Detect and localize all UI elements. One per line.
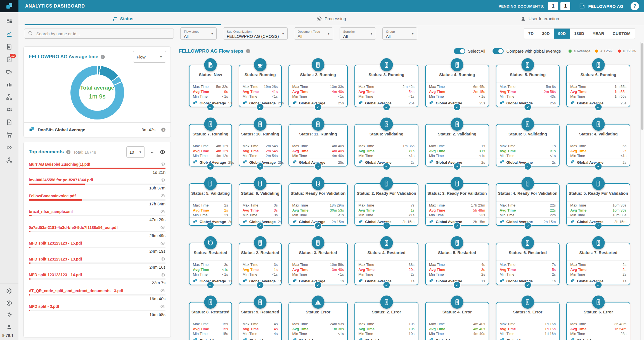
flow-step-card-status-4-running[interactable]: Status: 4. RunningMax Time6m 45sAvg Time… bbox=[425, 65, 489, 107]
filter-sub-organization[interactable]: Sub OrganizationFELLOWPRO AG (CROSS)▼ bbox=[223, 27, 288, 40]
flow-step-card-status-validating[interactable]: Status: ValidatingMax Time1m 36sAvg Time… bbox=[354, 124, 418, 167]
selected-check-icon[interactable] bbox=[314, 222, 322, 229]
flow-select[interactable]: Flow ▼ bbox=[133, 51, 166, 63]
tab-status[interactable]: Status bbox=[18, 12, 227, 25]
flow-step-card-status-5-error[interactable]: Status: 5. ErrorMax Time1d 16hAvg Time1d… bbox=[496, 302, 560, 340]
bar-chart-icon[interactable] bbox=[6, 81, 13, 88]
info-icon[interactable]: i bbox=[161, 128, 165, 132]
filter-flow-steps[interactable]: Flow stepsAll▼ bbox=[180, 27, 217, 40]
selected-check-icon[interactable] bbox=[314, 103, 322, 111]
eye-icon[interactable] bbox=[160, 225, 165, 230]
compare-global-average-toggle[interactable]: Compare with global average bbox=[493, 48, 561, 54]
page-size-select[interactable]: 10 ▼ bbox=[126, 146, 145, 158]
flow-step-card-status-2-error[interactable]: Status: 2. ErrorMax Time10sAvg Time10sMi… bbox=[354, 302, 418, 340]
loop-icon[interactable] bbox=[6, 144, 13, 151]
selected-check-icon[interactable] bbox=[595, 222, 602, 229]
selected-check-icon[interactable] bbox=[207, 103, 214, 111]
flow-step-card-status-5-restarted[interactable]: Status: 5. RestartedMax Time4sAvg Time3s… bbox=[425, 243, 489, 285]
eye-icon[interactable] bbox=[160, 241, 165, 246]
pending-count-box[interactable]: 1 bbox=[548, 2, 558, 10]
people-icon[interactable] bbox=[6, 106, 13, 113]
range-custom[interactable]: CUSTOM bbox=[609, 29, 635, 39]
flow-step-card-status-9-restarted[interactable]: Status: 9. RestartedMax Time4sAvg Time4s… bbox=[239, 302, 282, 340]
cart-icon[interactable] bbox=[6, 132, 13, 138]
flow-step-card-status-10-running[interactable]: Status: 10. RunningMax Time2m 54sAvg Tim… bbox=[239, 124, 282, 167]
org-chart-icon[interactable] bbox=[6, 94, 13, 100]
selected-check-icon[interactable] bbox=[383, 103, 390, 111]
eye-off-icon[interactable] bbox=[159, 149, 165, 155]
selected-check-icon[interactable] bbox=[524, 222, 531, 229]
range-year[interactable]: YEAR bbox=[588, 29, 609, 39]
docbits-logo-icon[interactable] bbox=[0, 0, 18, 12]
doc-search-icon[interactable] bbox=[6, 43, 13, 50]
org-selector[interactable]: FELLOWPRO AG bbox=[579, 3, 623, 10]
globe-icon[interactable] bbox=[6, 300, 13, 306]
info-icon[interactable]: i bbox=[246, 49, 250, 53]
dashboard-icon[interactable] bbox=[6, 18, 13, 25]
info-icon[interactable]: i bbox=[66, 150, 70, 154]
help-icon[interactable]: ? bbox=[631, 2, 639, 10]
selected-check-icon[interactable] bbox=[383, 222, 390, 229]
flow-step-card-status-5-running[interactable]: Status: 5. RunningMax Time5m 8sAvg Time2… bbox=[496, 65, 560, 107]
flow-step-card-status-3-restarted[interactable]: Status: 3. RestartedMax Time10m 59sAvg T… bbox=[288, 243, 348, 285]
scrollbar-thumb[interactable] bbox=[641, 43, 643, 130]
selected-check-icon[interactable] bbox=[207, 222, 214, 229]
flow-step-card-status-new[interactable]: Status: NewMax Time5m 32sAvg Time9sMin T… bbox=[189, 65, 232, 107]
range-90d[interactable]: 90D bbox=[554, 29, 570, 39]
flow-step-card-status-6-restarted[interactable]: Status: 6. RestartedMax Time7sAvg Time5s… bbox=[496, 243, 560, 285]
range-180d[interactable]: 180D bbox=[570, 29, 588, 39]
flow-step-card-status-4-validating[interactable]: Status: 4. ValidatingMax Time5sAvg Time2… bbox=[566, 124, 630, 167]
selected-check-icon[interactable] bbox=[256, 281, 264, 289]
selected-check-icon[interactable] bbox=[453, 163, 461, 170]
flow-step-card-status-3-ready-for-validation[interactable]: Status: 3. Ready For ValidationMax Time1… bbox=[425, 183, 489, 226]
flow-step-card-status-running[interactable]: Status: RunningMax Time19m 28sAvg Time41… bbox=[239, 65, 282, 107]
tab-processing[interactable]: Processing bbox=[227, 12, 435, 25]
range-30d[interactable]: 30D bbox=[538, 29, 554, 39]
selected-check-icon[interactable] bbox=[383, 281, 390, 289]
network-icon[interactable] bbox=[6, 157, 13, 163]
pending-count-box[interactable]: 1 bbox=[560, 2, 570, 10]
flow-step-card-status-error[interactable]: Status: ErrorMax Time24m 53sAvg Time1m 3… bbox=[288, 302, 348, 340]
vertical-scrollbar[interactable] bbox=[640, 42, 644, 340]
flow-step-card-status-4-restarted[interactable]: Status: 4. RestartedMax Time38sAvg Time2… bbox=[354, 243, 418, 285]
flow-step-card-status-2-restarted[interactable]: Status: 2. RestartedMax Time3sAvg Time1s… bbox=[239, 243, 282, 285]
selected-check-icon[interactable] bbox=[524, 281, 531, 289]
doc-check-icon[interactable] bbox=[6, 119, 13, 126]
selected-check-icon[interactable] bbox=[314, 281, 322, 289]
selected-check-icon[interactable] bbox=[314, 163, 322, 170]
eye-icon[interactable] bbox=[160, 209, 165, 214]
flow-step-card-status-8-restarted[interactable]: Status: 8. RestartedMax Time15sAvg Time1… bbox=[189, 302, 232, 340]
selected-check-icon[interactable] bbox=[524, 103, 531, 111]
flow-step-card-status-3-validating[interactable]: Status: 3. ValidatingMax Time1sAvg Time<… bbox=[496, 124, 560, 167]
info-icon[interactable]: i bbox=[101, 55, 105, 59]
select-all-toggle[interactable]: Select All bbox=[454, 48, 485, 54]
flow-step-card-status-3-running[interactable]: Status: 3. RunningMax Time2m 42sAvg Time… bbox=[354, 65, 418, 107]
person-icon[interactable] bbox=[6, 324, 13, 330]
eye-icon[interactable] bbox=[160, 193, 165, 198]
selected-check-icon[interactable] bbox=[383, 163, 390, 170]
flow-step-card-status-2-ready-for-validation[interactable]: Status: 2. Ready For ValidationMax Time7… bbox=[354, 183, 418, 226]
flow-step-card-status-5-ready-for-validation[interactable]: Status: 5. Ready For ValidationMax Time1… bbox=[566, 183, 630, 226]
flow-step-card-status-ready-for-validation[interactable]: Status: Ready For ValidationMax Time18h … bbox=[288, 183, 348, 226]
flow-step-card-status-7-running[interactable]: Status: 7. RunningMax Time4m 12sAvg Time… bbox=[189, 124, 232, 167]
eye-icon[interactable] bbox=[160, 161, 165, 167]
flow-step-card-status-6-running[interactable]: Status: 6. RunningMax Time1m 55sAvg Time… bbox=[566, 65, 630, 107]
range-7d[interactable]: 7D bbox=[524, 29, 538, 39]
selected-check-icon[interactable] bbox=[453, 222, 461, 229]
selected-check-icon[interactable] bbox=[207, 281, 214, 289]
selected-check-icon[interactable] bbox=[595, 103, 602, 111]
toggle-on-icon[interactable] bbox=[493, 48, 504, 54]
tab-user-interaction[interactable]: User Interaction bbox=[435, 12, 644, 25]
clipboard-check-icon[interactable]: 12 bbox=[6, 56, 13, 63]
bulb-icon[interactable] bbox=[6, 312, 13, 318]
truck-icon[interactable] bbox=[6, 69, 13, 75]
search-input[interactable] bbox=[36, 31, 170, 36]
flow-step-card-status-2-running[interactable]: Status: 2. RunningMax Time13m 33sAvg Tim… bbox=[288, 65, 348, 107]
selected-check-icon[interactable] bbox=[256, 163, 264, 170]
flow-step-card-status-11-running[interactable]: Status: 11. RunningMax Time4m 40sAvg Tim… bbox=[288, 124, 348, 167]
selected-check-icon[interactable] bbox=[256, 103, 264, 111]
flow-step-card-status-2-validating[interactable]: Status: 2. ValidatingMax Time1sAvg Time<… bbox=[425, 124, 489, 167]
selected-check-icon[interactable] bbox=[207, 163, 214, 170]
selected-check-icon[interactable] bbox=[595, 281, 602, 289]
selected-check-icon[interactable] bbox=[595, 163, 602, 170]
